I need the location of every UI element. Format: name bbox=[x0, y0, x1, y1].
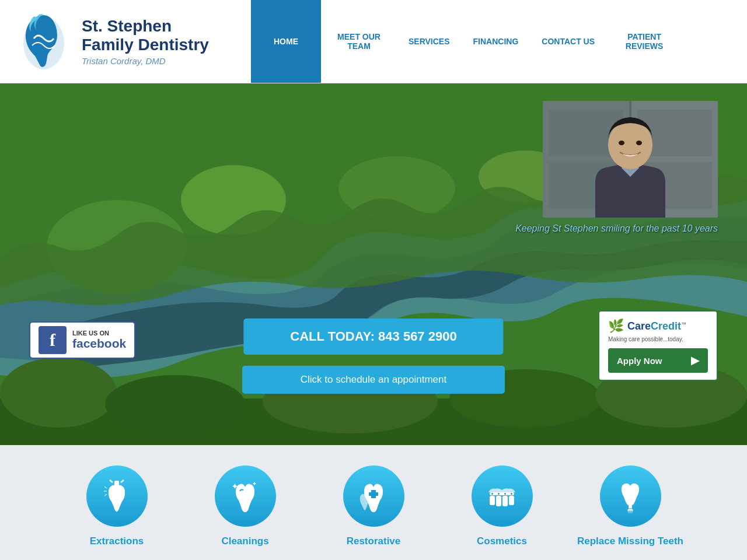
svg-point-37 bbox=[511, 493, 512, 495]
like-text: LIKE US ON bbox=[72, 330, 126, 337]
header: St. Stephen Family Dentistry Tristan Cor… bbox=[0, 0, 747, 83]
nav-services[interactable]: SERVICES bbox=[397, 0, 462, 83]
logo-line1: St. Stephen Family Dentistry bbox=[82, 17, 209, 54]
tooth-clean-icon bbox=[228, 480, 262, 513]
replace-missing-label: Replace Missing Teeth bbox=[577, 536, 683, 547]
doctor-photo bbox=[543, 101, 718, 218]
apply-label: Apply Now bbox=[617, 356, 662, 366]
logo-area: St. Stephen Family Dentistry Tristan Cor… bbox=[0, 9, 251, 74]
doctor-caption: Keeping St Stephen smiling for the past … bbox=[515, 223, 718, 234]
cleanings-icon-circle bbox=[215, 466, 276, 527]
carecredit-tagline: Making care possible...today. bbox=[608, 336, 708, 342]
svg-point-24 bbox=[619, 141, 624, 145]
svg-rect-30 bbox=[490, 496, 495, 505]
service-restorative[interactable]: Restorative bbox=[309, 466, 438, 547]
nav-home[interactable]: HOME bbox=[251, 0, 321, 83]
facebook-button[interactable]: f LIKE US ON facebook bbox=[29, 321, 135, 359]
call-button[interactable]: CALL TODAY: 843 567 2900 bbox=[243, 318, 503, 355]
svg-point-9 bbox=[0, 358, 117, 428]
nav-meet-our-team[interactable]: MEET OUR TEAM bbox=[321, 0, 397, 83]
implant-icon bbox=[613, 480, 647, 513]
doctor-image bbox=[543, 101, 718, 218]
svg-point-25 bbox=[636, 141, 642, 145]
service-extractions[interactable]: Extractions bbox=[53, 466, 181, 547]
service-replace-missing[interactable]: Replace Missing Teeth bbox=[566, 466, 694, 547]
extractions-icon-circle bbox=[86, 466, 148, 527]
cosmetics-icon-circle bbox=[472, 466, 533, 527]
tooth-cosmetic-icon bbox=[485, 480, 519, 513]
logo-icon bbox=[12, 9, 76, 74]
carecredit-logo: 🌿 CareCredit™ bbox=[608, 318, 708, 334]
services-section: Extractions Cleanings bbox=[0, 445, 747, 560]
nav-patient-reviews[interactable]: PATIENT REVIEWS bbox=[606, 0, 682, 83]
svg-point-34 bbox=[491, 493, 493, 495]
hero-section: Keeping St Stephen smiling for the past … bbox=[0, 83, 747, 445]
main-nav: HOME MEET OUR TEAM SERVICES FINANCING CO… bbox=[251, 0, 747, 83]
logo-subtitle: Tristan Cordray, DMD bbox=[82, 56, 209, 66]
svg-rect-26 bbox=[114, 481, 119, 488]
carecredit-leaf-icon: 🌿 bbox=[608, 318, 624, 334]
carecredit-box[interactable]: 🌿 CareCredit™ Making care possible...tod… bbox=[598, 310, 718, 381]
carecredit-brand-credit: Credit bbox=[651, 320, 681, 332]
restorative-label: Restorative bbox=[347, 536, 401, 547]
svg-point-10 bbox=[105, 375, 245, 433]
svg-rect-33 bbox=[509, 496, 514, 505]
platform-text: facebook bbox=[72, 337, 126, 351]
carecredit-brand-care: Care bbox=[627, 320, 651, 332]
svg-point-23 bbox=[608, 120, 652, 169]
svg-rect-31 bbox=[496, 496, 501, 506]
cosmetics-label: Cosmetics bbox=[477, 536, 527, 547]
svg-point-35 bbox=[498, 493, 500, 495]
cleanings-label: Cleanings bbox=[221, 536, 268, 547]
svg-rect-32 bbox=[502, 496, 508, 506]
svg-rect-29 bbox=[490, 492, 514, 495]
schedule-button[interactable]: Click to schedule an appointment bbox=[242, 366, 505, 394]
apply-arrow-icon: ▶ bbox=[691, 354, 699, 367]
restorative-icon-circle bbox=[343, 466, 404, 527]
facebook-text: LIKE US ON facebook bbox=[72, 330, 126, 351]
tooth-restore-icon bbox=[357, 480, 390, 513]
svg-rect-28 bbox=[369, 492, 378, 496]
nav-contact-us[interactable]: CONTACT US bbox=[530, 0, 606, 83]
tooth-extraction-icon bbox=[100, 480, 134, 513]
svg-rect-38 bbox=[629, 505, 632, 509]
replace-missing-icon-circle bbox=[600, 466, 661, 527]
extractions-label: Extractions bbox=[90, 536, 144, 547]
facebook-icon: f bbox=[39, 326, 67, 354]
svg-point-36 bbox=[504, 493, 506, 495]
nav-financing[interactable]: FINANCING bbox=[462, 0, 530, 83]
logo-text: St. Stephen Family Dentistry Tristan Cor… bbox=[82, 17, 209, 66]
service-cosmetics[interactable]: Cosmetics bbox=[438, 466, 566, 547]
service-cleanings[interactable]: Cleanings bbox=[181, 466, 309, 547]
carecredit-apply-button[interactable]: Apply Now ▶ bbox=[608, 348, 708, 373]
